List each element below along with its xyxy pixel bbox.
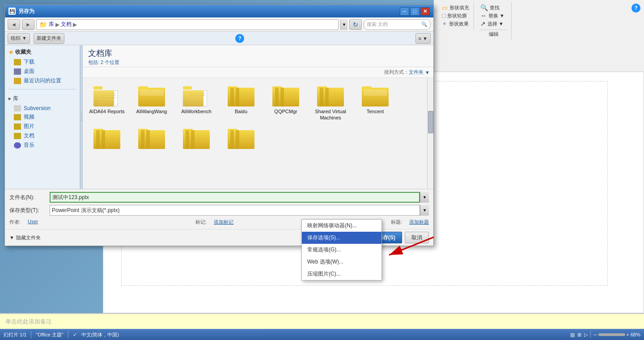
path-part-2[interactable]: 文档 — [61, 21, 72, 28]
ribbon-shape-outline[interactable]: □ 形状轮廓 — [441, 12, 470, 20]
path-dropdown[interactable]: ▼ — [340, 19, 347, 30]
language-label: 中文(简体，中国) — [81, 332, 119, 338]
filetype-label: 保存类型(T): — [9, 207, 50, 214]
subject-value[interactable]: 添加标题 — [409, 219, 429, 225]
organize-button[interactable]: 组织 ▼ — [8, 33, 30, 44]
ribbon-select[interactable]: ↗ 选择 ▼ — [479, 20, 508, 28]
search-placeholder: 搜索 文档 — [367, 21, 421, 28]
tag-value[interactable]: 添加标记 — [214, 219, 233, 225]
menu-item-compress-images[interactable]: 压缩图片(C)... — [302, 268, 381, 280]
maximize-button[interactable]: □ — [410, 7, 419, 16]
ppt-notes-area[interactable]: 单击此处添加备注 — [0, 313, 644, 329]
sidebar-item-music[interactable]: 音乐 — [5, 140, 80, 150]
r2-4-folder-icon — [228, 127, 254, 149]
refresh-button[interactable]: ↻ — [349, 19, 362, 30]
ribbon-find[interactable]: 🔍 查找 — [479, 4, 508, 12]
filetype-dropdown-arrow[interactable]: ▼ — [420, 205, 429, 216]
ribbon-edit-label: 编辑 — [479, 30, 508, 38]
menu-item-web-options[interactable]: Web 选项(W)... — [302, 256, 381, 268]
tencent-filename: Tencent — [367, 108, 384, 115]
library-header[interactable]: ▶ 库 — [5, 93, 80, 104]
status-right: ▤ ⊞ ▷ ─ + 68% — [570, 331, 640, 338]
file-item-r2-3[interactable] — [174, 124, 219, 153]
sidebar-item-desktop[interactable]: 桌面 — [5, 67, 80, 76]
sidebar-item-documents[interactable]: 文档 — [5, 131, 80, 140]
file-item-aliwangwang[interactable]: AliWangWang — [129, 81, 174, 124]
toolbar-help-icon[interactable]: ? — [235, 34, 244, 43]
cancel-button[interactable]: 取消 — [405, 232, 429, 243]
reading-view-btn[interactable]: ▷ — [584, 332, 588, 338]
sidebar-item-recent[interactable]: 最近访问的位置 — [5, 76, 80, 85]
download-folder-icon — [14, 59, 21, 65]
r2-2-folder-icon — [138, 127, 165, 149]
dialog-content: ★ 收藏夹 下载 桌面 最近访问的位置 — [5, 45, 433, 189]
file-item-r2-1[interactable] — [85, 124, 129, 153]
sidebar-item-download[interactable]: 下载 — [5, 57, 80, 67]
ribbon-shape-group: ▭ 形状填充 □ 形状轮廓 ✦ 形状效果 — [437, 2, 474, 30]
path-bar[interactable]: 📁 库 ▶ 文档 ▶ — [36, 19, 339, 30]
save-as-dialog: 💾 另存为 ─ □ ✕ ◄ ► 📁 库 ▶ 文档 ▶ ▼ ↻ 搜索 文档 🔍 — [4, 4, 434, 246]
file-item-shared-vm[interactable]: Shared Virtual Machines — [308, 81, 353, 124]
zoom-control[interactable]: ─ + 68% — [593, 332, 640, 337]
shared-vm-filename: Shared Virtual Machines — [310, 108, 351, 121]
zoom-slider[interactable] — [598, 333, 625, 336]
sidebar-item-subversion[interactable]: Subversion — [5, 104, 80, 112]
file-area-title: 文档库 — [88, 48, 428, 59]
file-item-aida64[interactable]: AIDA64 Reports — [85, 81, 129, 124]
qqpcmgr-folder-icon — [272, 84, 299, 106]
favorites-header[interactable]: ★ 收藏夹 — [5, 47, 80, 57]
ribbon-help-icon[interactable]: ? — [631, 4, 640, 13]
pictures-icon — [14, 123, 21, 130]
sort-value: 文件夹 — [409, 69, 424, 76]
new-folder-button[interactable]: 新建文件夹 — [34, 33, 64, 44]
ribbon-shape-effect[interactable]: ✦ 形状效果 — [441, 20, 470, 28]
filetype-select[interactable]: PowerPoint 演示文稿(*.pptx) — [50, 205, 420, 216]
aliwangwang-filename: AliWangWang — [136, 108, 167, 115]
menu-item-save-options[interactable]: 保存选项(S)... — [302, 232, 381, 244]
file-item-tencent[interactable]: Tencent — [353, 81, 398, 124]
dialog-toolbar2: 组织 ▼ 新建文件夹 ? ≡ ▼ — [5, 32, 433, 45]
file-item-baidu[interactable]: Baidu — [219, 81, 263, 124]
filename-input[interactable] — [50, 192, 420, 203]
sidebar-item-pictures[interactable]: 图片 — [5, 122, 80, 131]
hide-folders-button[interactable]: ▼ 隐藏文件夹 — [9, 234, 41, 241]
scrollbar-thumb[interactable] — [428, 111, 433, 133]
path-part-1[interactable]: 库 — [49, 21, 54, 28]
menu-item-general-options[interactable]: 常规选项(G)... — [302, 244, 381, 256]
sidebar-pictures-label: 图片 — [24, 123, 34, 130]
context-menu: 映射网络驱动器(N)... 保存选项(S)... 常规选项(G)... Web … — [301, 219, 382, 280]
sort-dropdown[interactable]: 文件夹 ▼ — [409, 69, 430, 76]
ribbon-shape-fill[interactable]: ▭ 形状填充 — [441, 4, 470, 12]
path-icon: 📁 — [39, 21, 47, 28]
search-icon: 🔍 — [421, 21, 428, 27]
file-item-qqpcmgr[interactable]: QQPCMgr — [263, 81, 308, 124]
menu-item-map-drive[interactable]: 映射网络驱动器(N)... — [302, 220, 381, 232]
minimize-button[interactable]: ─ — [400, 7, 409, 16]
file-item-r2-2[interactable] — [129, 124, 174, 153]
library-triangle: ▶ — [8, 97, 11, 101]
zoom-in-btn[interactable]: + — [627, 332, 629, 337]
ribbon-replace[interactable]: ↔ 替换 ▼ — [479, 12, 508, 20]
close-button[interactable]: ✕ — [420, 7, 430, 16]
library-section: ▶ 库 Subversion 视频 图片 文档 — [5, 91, 80, 152]
view-button[interactable]: ≡ ▼ — [415, 33, 431, 44]
filetype-row: 保存类型(T): PowerPoint 演示文稿(*.pptx) ▼ — [9, 205, 429, 216]
sort-label: 排列方式： — [384, 69, 409, 76]
back-button[interactable]: ◄ — [8, 19, 20, 30]
file-area-scrollbar[interactable] — [427, 78, 433, 189]
forward-button[interactable]: ► — [22, 19, 34, 30]
normal-view-btn[interactable]: ▤ — [570, 332, 575, 338]
file-item-aliworkbench[interactable]: AliWorkbench — [174, 81, 219, 124]
sidebar-item-video[interactable]: 视频 — [5, 112, 80, 122]
file-area-subtitle: 包括: 2 个位置 — [88, 59, 428, 66]
slide-number: 幻灯片 1/1 — [4, 332, 26, 338]
file-header: 文档库 包括: 2 个位置 — [83, 45, 433, 67]
favorites-label: 收藏夹 — [15, 48, 31, 56]
filename-dropdown-arrow[interactable]: ▼ — [420, 192, 429, 203]
search-box[interactable]: 搜索 文档 🔍 — [364, 19, 431, 30]
titlebar-buttons: ─ □ ✕ — [400, 7, 430, 16]
zoom-out-btn[interactable]: ─ — [593, 332, 597, 337]
file-item-r2-4[interactable] — [219, 124, 263, 153]
dialog-titlebar: 💾 另存为 ─ □ ✕ — [5, 5, 433, 17]
slide-sorter-btn[interactable]: ⊞ — [577, 332, 581, 338]
